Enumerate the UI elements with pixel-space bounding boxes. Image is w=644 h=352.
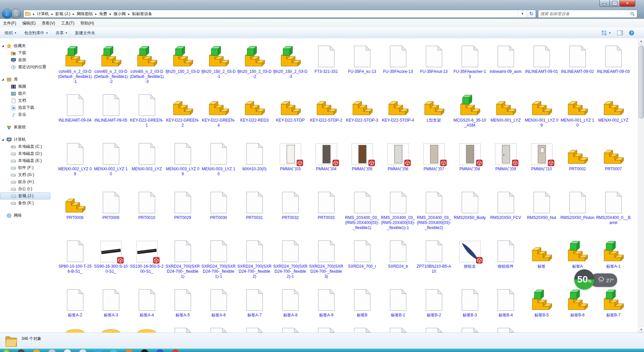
file-item[interactable]: L型支架 <box>416 88 452 136</box>
file-item[interactable]: PMMA门05 <box>344 136 380 185</box>
taskbar-app-icon[interactable] <box>95 349 102 352</box>
file-item[interactable]: cshn65_n_2_03-D(Default-_flexible1)-3 <box>129 39 165 88</box>
file-item[interactable] <box>488 327 524 333</box>
file-item[interactable]: KEY-D22-STOP <box>272 88 308 136</box>
file-item[interactable] <box>165 327 201 333</box>
breadcrumb-item[interactable]: 网络图纸 <box>77 11 93 16</box>
file-item[interactable] <box>559 327 595 333</box>
file-item[interactable]: SP60-10-100-T-256-B-S1_ <box>57 234 93 282</box>
sidebar-item[interactable]: 文档 (G:) <box>0 171 55 178</box>
file-item[interactable]: KEY-D22-RED3 <box>236 88 272 136</box>
file-item[interactable]: MENXI-001_LYZ <box>488 88 524 136</box>
search-icon[interactable] <box>628 12 637 16</box>
file-item[interactable] <box>129 327 165 333</box>
scroll-down-arrow-icon[interactable]: ▼ <box>638 326 644 333</box>
file-item[interactable]: PRT0033 <box>308 185 344 234</box>
file-item[interactable]: 标签B <box>344 282 380 331</box>
file-item[interactable]: PRT0002 <box>559 136 595 185</box>
file-item[interactable]: INLINEAMT-09-05 <box>93 88 129 136</box>
file-item[interactable]: 标签A-9 <box>308 282 344 331</box>
toolbar-button[interactable]: 组织▼ <box>2 29 19 37</box>
taskbar-app-icon[interactable] <box>141 349 148 352</box>
percent-badge[interactable]: 50 % <box>574 269 594 290</box>
weather-pill[interactable]: 27° <box>590 273 617 287</box>
file-item[interactable]: MENXI-003_LYZ 10 <box>201 136 236 185</box>
file-item[interactable]: MENXI-001_LYZ 09 <box>524 88 559 136</box>
file-item[interactable]: 标签A-6 <box>201 282 236 331</box>
file-item[interactable]: RMS_20X400_03_(RMS-20X400(03)-_flexible1… <box>380 185 416 234</box>
file-item[interactable]: KEY-D22-GREEN-1 <box>129 88 165 136</box>
file-item[interactable]: PRT0031 <box>236 185 272 234</box>
file-item[interactable] <box>272 327 308 333</box>
sidebar-group-4[interactable]: 网络 <box>0 212 55 219</box>
file-item[interactable]: PMMA门10 <box>524 136 559 185</box>
file-item[interactable]: MENXI-003_LYZ <box>129 136 165 185</box>
sidebar-item[interactable]: 文档 <box>0 97 55 104</box>
file-item[interactable]: PMMA门03 <box>272 136 308 185</box>
file-item[interactable]: MENXI-001_LYZ 10 <box>559 88 595 136</box>
file-item[interactable]: MENXI-002_LYZ 10 <box>93 136 129 185</box>
expand-twisty-icon[interactable]: ◢ <box>2 138 5 141</box>
maximize-button[interactable] <box>609 0 620 7</box>
file-item[interactable] <box>308 327 344 333</box>
file-item[interactable] <box>201 327 236 333</box>
window-titlebar[interactable]: ✕ <box>0 0 644 9</box>
expand-twisty-icon[interactable]: ◢ <box>2 44 5 47</box>
file-item[interactable]: 标签 <box>524 234 559 282</box>
file-item[interactable]: PRT0007 <box>595 136 631 185</box>
file-item[interactable]: 标签B-1 <box>380 282 416 331</box>
toolbar-button[interactable]: 共享▼ <box>53 29 70 37</box>
file-item[interactable]: SXRD24_700(SXRD24-700-_flexible1) <box>165 234 201 282</box>
file-item[interactable]: SXRD24_700_r <box>344 234 380 282</box>
file-item[interactable] <box>416 327 452 333</box>
file-item[interactable]: PMMA门06 <box>380 136 416 185</box>
file-item[interactable] <box>344 327 380 333</box>
start-button-icon[interactable] <box>3 349 11 352</box>
sidebar-item[interactable]: 本地磁盘 (E:) <box>0 157 55 164</box>
file-item[interactable]: 标签B-7 <box>595 282 631 331</box>
sidebar-group-2[interactable]: 家庭组 <box>0 124 55 131</box>
file-item[interactable]: RMS20X400_0__Barrel <box>595 185 631 234</box>
sidebar-item[interactable]: ♪音乐 <box>0 111 55 118</box>
file-item[interactable]: 标签B-2 <box>416 282 452 331</box>
file-item[interactable]: 标签B-5 <box>524 282 559 331</box>
taskbar-app-icon[interactable] <box>64 349 71 352</box>
file-item[interactable]: SXRD24_700(SXRD24-700-_flexible3) <box>308 234 344 282</box>
forward-button[interactable]: → <box>11 9 21 19</box>
sidebar-item[interactable]: 迅雷下载 <box>0 104 55 111</box>
file-item[interactable]: RMS20X50_Nut <box>524 185 559 234</box>
file-item[interactable]: fjfn20_150_2_03-D <box>165 39 201 88</box>
change-view-button[interactable]: ▼ <box>600 30 613 36</box>
file-item[interactable]: FU-35FA_kc-13 <box>344 39 380 88</box>
file-item[interactable]: KEY-D22-GREEN-2 <box>165 88 201 136</box>
file-item[interactable]: ZPT10BNJ10-B5-A10 <box>416 234 452 282</box>
sidebar-item[interactable]: 下载 <box>0 49 55 56</box>
sidebar-item[interactable]: 视频 <box>0 83 55 90</box>
taskbar-app-icon[interactable] <box>172 349 179 352</box>
file-item[interactable]: RMS20X50_Piston <box>559 185 595 234</box>
file-item[interactable]: INLINEAMT-09-01 <box>524 39 559 88</box>
file-item[interactable]: PRT0008 <box>57 185 93 234</box>
taskbar-app-icon[interactable] <box>156 349 164 352</box>
file-item[interactable]: MENXI-002_LYZ 09 <box>57 136 93 185</box>
file-item[interactable]: INLINEAMT-09-03 <box>595 39 631 88</box>
file-item[interactable]: FU-35FAnut-13 <box>416 39 452 88</box>
file-item[interactable] <box>236 327 272 333</box>
close-button[interactable]: ✕ <box>620 0 635 7</box>
file-item[interactable] <box>93 327 129 333</box>
sidebar-item[interactable]: 影视 (J:) <box>0 192 50 200</box>
file-item[interactable]: 按钮组件 <box>488 234 524 282</box>
file-item[interactable]: 按钮盒 <box>452 234 488 282</box>
file-item[interactable]: MENXI-002_LYZ <box>595 88 631 136</box>
breadcrumb-item[interactable]: 计算机 <box>37 11 49 16</box>
expand-twisty-icon[interactable]: ◢ <box>2 78 5 81</box>
file-item[interactable]: 标签A-4 <box>129 282 165 331</box>
sidebar-item[interactable]: 最近访问的位置 <box>0 63 55 71</box>
file-item[interactable]: PRT0009 <box>93 185 129 234</box>
taskbar-app-icon[interactable] <box>125 349 133 352</box>
file-item[interactable]: RMS_20X400_03_(RMS-20X400(03)-_flexible2… <box>416 185 452 234</box>
file-item[interactable]: SXRD24_b <box>380 234 416 282</box>
file-item[interactable]: KEY-D22-STOP-2 <box>308 88 344 136</box>
file-item[interactable]: fjfn20_150_2_03-D-2 <box>236 39 272 88</box>
file-item[interactable]: cshn65_n_2_03-D(Default-_flexible1)-1 <box>57 39 93 88</box>
